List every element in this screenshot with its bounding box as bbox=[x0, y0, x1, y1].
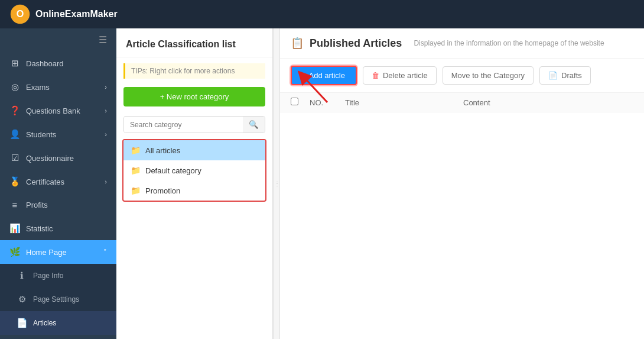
articles-icon: 📄 bbox=[17, 318, 27, 328]
exams-arrow-icon: › bbox=[105, 83, 107, 91]
home-page-icon: 🌿 bbox=[9, 247, 20, 257]
articles-header: 📋 Published Articles Displayed in the in… bbox=[280, 28, 644, 59]
articles-area-wrapper: 📋 Published Articles Displayed in the in… bbox=[280, 28, 644, 339]
logo-icon: O bbox=[9, 4, 31, 25]
category-item-default[interactable]: 📁 Default category bbox=[123, 160, 265, 180]
sidebar-label-page-settings: Page Setttings bbox=[33, 295, 79, 304]
articles-panel: 📋 Published Articles Displayed in the in… bbox=[280, 28, 644, 339]
drafts-btn-label: Drafts bbox=[561, 71, 582, 80]
sidebar-label-articles: Articles bbox=[33, 319, 56, 327]
page-settings-icon: ⚙ bbox=[17, 294, 27, 305]
search-icon: 🔍 bbox=[249, 120, 259, 129]
articles-title: Published Articles bbox=[310, 37, 402, 50]
tips-bar: TIPs: Right click for more actions bbox=[123, 63, 265, 79]
sidebar-item-dashboard[interactable]: ⊞ Dashboard bbox=[0, 51, 116, 75]
students-icon: 👤 bbox=[9, 129, 20, 140]
app-name: OnlineExamMaker bbox=[35, 9, 118, 20]
category-list: 📁 All articles 📁 Default category 📁 Prom… bbox=[122, 139, 266, 202]
table-col-title: Title bbox=[345, 98, 463, 107]
page-info-icon: ℹ bbox=[17, 270, 27, 281]
category-item-promotion[interactable]: 📁 Promotion bbox=[123, 180, 265, 201]
sidebar-item-questionnaire[interactable]: ☑ Questionnaire bbox=[0, 146, 116, 170]
folder-icon-promotion: 📁 bbox=[131, 186, 141, 195]
drafts-icon: 📄 bbox=[548, 71, 558, 80]
category-label-default: Default category bbox=[145, 166, 201, 175]
new-root-category-button[interactable]: + New root category bbox=[123, 87, 265, 106]
dashboard-icon: ⊞ bbox=[9, 58, 20, 69]
category-label-all: All articles bbox=[145, 146, 180, 155]
sidebar: ☰ ⊞ Dashboard ◎ Exams › ❓ Questions Bank… bbox=[0, 28, 116, 339]
table-col-no: NO. bbox=[310, 98, 345, 107]
articles-toolbar: + Add article 🗑 Delete article Move to t… bbox=[280, 59, 644, 93]
sidebar-label-profits: Profits bbox=[26, 201, 48, 209]
exams-icon: ◎ bbox=[9, 82, 20, 92]
add-article-button[interactable]: + Add article bbox=[291, 66, 357, 85]
folder-icon-default: 📁 bbox=[131, 166, 141, 175]
content-area: Article Classification list TIPs: Right … bbox=[116, 28, 644, 339]
questionnaire-icon: ☑ bbox=[9, 153, 20, 163]
questions-icon: ❓ bbox=[9, 105, 20, 116]
articles-table-header: NO. Title Content bbox=[280, 93, 644, 112]
table-checkbox-header bbox=[291, 98, 310, 107]
sidebar-item-certificates[interactable]: 🏅 Certificates › bbox=[0, 170, 116, 193]
panel-resize-handle[interactable]: ⋮ bbox=[273, 28, 280, 339]
articles-title-icon: 📋 bbox=[291, 37, 304, 50]
sidebar-label-students: Students bbox=[26, 130, 56, 139]
top-navbar: O OnlineExamMaker bbox=[0, 0, 644, 28]
sidebar-item-sub-admins[interactable]: 👤 Sub Admins bbox=[0, 335, 116, 339]
hamburger-icon[interactable]: ☰ bbox=[99, 34, 107, 46]
sidebar-label-page-info: Page Info bbox=[33, 272, 63, 280]
sidebar-item-statistic[interactable]: 📊 Statistic bbox=[0, 217, 116, 240]
svg-text:O: O bbox=[17, 8, 24, 19]
sidebar-sub-page-settings[interactable]: ⚙ Page Setttings bbox=[0, 288, 116, 311]
articles-subtitle: Displayed in the information on the home… bbox=[414, 39, 604, 47]
certificates-icon: 🏅 bbox=[9, 176, 20, 187]
sidebar-label-statistic: Statistic bbox=[26, 224, 53, 233]
home-page-arrow-icon: ˅ bbox=[103, 248, 107, 256]
category-item-all[interactable]: 📁 All articles bbox=[123, 140, 265, 160]
main-layout: ☰ ⊞ Dashboard ◎ Exams › ❓ Questions Bank… bbox=[0, 28, 644, 339]
sidebar-item-profits[interactable]: ≡ Profits bbox=[0, 193, 116, 217]
students-arrow-icon: › bbox=[105, 131, 107, 138]
search-button[interactable]: 🔍 bbox=[243, 117, 265, 133]
sidebar-item-questions-bank[interactable]: ❓ Questions Bank › bbox=[0, 99, 116, 122]
logo-area: O OnlineExamMaker bbox=[9, 4, 118, 25]
sidebar-label-exams: Exams bbox=[26, 83, 50, 92]
delete-article-button[interactable]: 🗑 Delete article bbox=[363, 66, 437, 85]
profits-icon: ≡ bbox=[9, 200, 20, 210]
classification-panel-title: Article Classification list bbox=[116, 28, 272, 57]
drag-dots-icon: ⋮ bbox=[274, 181, 279, 187]
select-all-checkbox[interactable] bbox=[291, 98, 298, 105]
folder-icon-all: 📁 bbox=[131, 146, 141, 155]
classification-panel: Article Classification list TIPs: Right … bbox=[116, 28, 273, 339]
sidebar-item-exams[interactable]: ◎ Exams › bbox=[0, 75, 116, 99]
move-category-button[interactable]: Move to the Category bbox=[443, 66, 534, 85]
articles-body bbox=[280, 112, 644, 339]
statistic-icon: 📊 bbox=[9, 223, 20, 234]
sidebar-sub-page-info[interactable]: ℹ Page Info bbox=[0, 264, 116, 288]
certificates-arrow-icon: › bbox=[105, 178, 107, 185]
category-label-promotion: Promotion bbox=[145, 186, 180, 195]
questions-arrow-icon: › bbox=[105, 107, 107, 114]
sidebar-label-questionnaire: Questionnaire bbox=[26, 154, 74, 163]
sidebar-sub-menu: ℹ Page Info ⚙ Page Setttings 📄 Articles bbox=[0, 264, 116, 335]
table-col-content: Content bbox=[463, 98, 633, 107]
sidebar-label-questions: Questions Bank bbox=[26, 106, 80, 115]
drafts-button[interactable]: 📄 Drafts bbox=[539, 66, 591, 85]
sidebar-item-home-page[interactable]: 🌿 Home Page ˅ bbox=[0, 240, 116, 264]
sidebar-label-dashboard: Dashboard bbox=[26, 59, 64, 68]
delete-btn-label: Delete article bbox=[383, 71, 428, 80]
search-input[interactable] bbox=[124, 117, 243, 133]
delete-icon: 🗑 bbox=[372, 71, 379, 80]
search-row: 🔍 bbox=[123, 116, 265, 133]
sidebar-toggle[interactable]: ☰ bbox=[0, 28, 116, 51]
sidebar-sub-articles[interactable]: 📄 Articles bbox=[0, 311, 116, 335]
sidebar-item-students[interactable]: 👤 Students › bbox=[0, 122, 116, 146]
sidebar-label-home-page: Home Page bbox=[26, 248, 67, 257]
sidebar-label-certificates: Certificates bbox=[26, 177, 64, 186]
